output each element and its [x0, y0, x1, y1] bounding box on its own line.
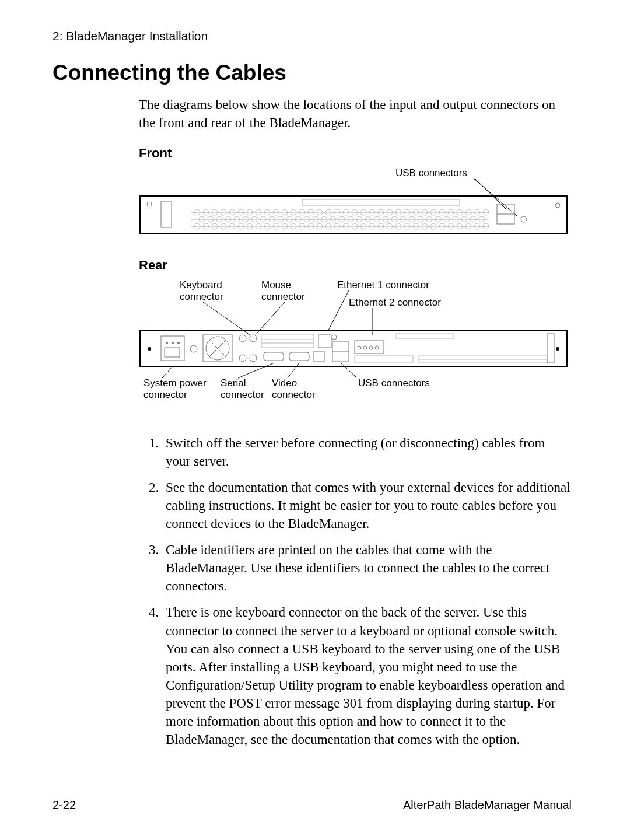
svg-point-131 [239, 335, 246, 342]
svg-point-124 [177, 342, 180, 344]
svg-rect-140 [314, 351, 324, 362]
footer-manual-title: AlterPath BladeManager Manual [403, 799, 572, 812]
rear-keyboard-label2: connector [180, 291, 223, 302]
svg-point-4 [555, 203, 560, 208]
svg-rect-141 [318, 335, 331, 348]
front-subhead: Front [139, 146, 572, 161]
front-diagram: USB connectors [139, 166, 572, 247]
chapter-label: 2: BladeManager Installation [52, 29, 572, 43]
svg-rect-6 [161, 202, 172, 228]
svg-line-156 [238, 363, 274, 378]
rear-video-label2: connector [272, 389, 316, 400]
svg-rect-125 [164, 348, 180, 357]
front-usb-label: USB connectors [396, 167, 467, 178]
steps-list: Switch off the server before connecting … [145, 434, 572, 748]
rear-eth1-label: Ethernet 1 connector [337, 279, 429, 290]
svg-rect-138 [264, 352, 284, 360]
svg-rect-150 [396, 334, 454, 338]
svg-rect-139 [289, 352, 309, 360]
svg-line-0 [474, 177, 506, 209]
svg-point-133 [239, 355, 246, 362]
step-2: See the documentation that comes with yo… [162, 478, 572, 533]
rear-syspower-label1: System power [144, 377, 206, 388]
svg-point-122 [166, 342, 168, 344]
svg-rect-9 [302, 200, 460, 205]
svg-point-134 [250, 355, 257, 362]
rear-subhead: Rear [139, 258, 572, 273]
svg-point-148 [369, 346, 373, 349]
rear-mouse-label2: connector [261, 291, 305, 302]
svg-rect-118 [140, 330, 567, 366]
rear-eth2-label: Ethernet 2 connector [349, 297, 441, 308]
svg-rect-154 [547, 334, 554, 363]
svg-line-158 [341, 363, 356, 377]
svg-point-123 [172, 342, 174, 344]
page-title: Connecting the Cables [52, 61, 572, 85]
step-3: Cable identifiers are printed on the cab… [162, 541, 572, 595]
svg-point-3 [147, 202, 152, 206]
rear-usb-label: USB connectors [358, 377, 430, 388]
svg-point-126 [190, 345, 197, 352]
svg-point-146 [358, 346, 361, 349]
step-4: There is one keyboard connector on the b… [162, 603, 572, 748]
rear-video-label1: Video [272, 377, 297, 388]
footer-page-number: 2-22 [52, 799, 76, 812]
rear-syspower-label2: connector [144, 389, 187, 400]
rear-serial-label1: Serial [220, 377, 246, 388]
svg-point-142 [332, 335, 337, 340]
svg-line-116 [328, 290, 349, 330]
svg-point-119 [148, 347, 151, 351]
svg-point-149 [375, 346, 379, 349]
svg-rect-151 [355, 356, 413, 363]
svg-point-5 [521, 216, 527, 222]
svg-point-132 [250, 335, 257, 342]
rear-mouse-label1: Mouse [261, 279, 291, 290]
rear-keyboard-label1: Keyboard [180, 279, 222, 290]
step-1: Switch off the server before connecting … [162, 434, 572, 470]
rear-serial-label2: connector [220, 389, 264, 400]
svg-line-155 [162, 366, 173, 378]
svg-point-147 [363, 346, 367, 349]
svg-line-1 [474, 178, 517, 216]
svg-line-157 [288, 363, 299, 378]
intro-paragraph: The diagrams below show the locations of… [139, 96, 572, 132]
svg-point-120 [556, 347, 559, 351]
svg-rect-135 [261, 335, 314, 348]
rear-diagram: Keyboard connector Mouse connector Ether… [139, 278, 572, 412]
